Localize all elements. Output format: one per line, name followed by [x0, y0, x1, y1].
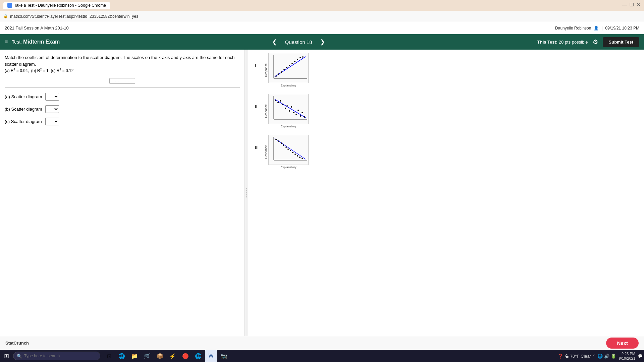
- scatter-c-dropdown[interactable]: I II III: [45, 118, 59, 125]
- next-button[interactable]: Next: [606, 338, 639, 349]
- app-header: 2021 Fall Session A Math 201-10 Daunyell…: [0, 22, 644, 34]
- test-navbar: ≡ Test: Midterm Exam ❮ Question 18 ❯ Thi…: [0, 34, 644, 50]
- question-instruction: Match the coefficient of determination t…: [5, 54, 240, 74]
- divider-dot: [246, 192, 247, 193]
- divider-dot: [246, 188, 247, 189]
- svg-point-25: [293, 112, 294, 113]
- svg-point-13: [302, 56, 304, 58]
- user-name: Daunyelle Robinson: [555, 26, 591, 31]
- browser-controls: — ❐ ✕: [622, 2, 641, 7]
- main-content: Match the coefficient of determination t…: [0, 50, 644, 336]
- svg-point-10: [294, 61, 296, 62]
- diagram-II-container: Response: [264, 94, 309, 128]
- svg-point-39: [287, 148, 289, 150]
- hamburger-menu[interactable]: ≡: [5, 39, 8, 45]
- svg-point-26: [296, 114, 297, 115]
- svg-point-21: [285, 108, 286, 109]
- svg-point-24: [291, 106, 292, 108]
- test-label: Test:: [12, 39, 22, 45]
- svg-point-43: [297, 155, 298, 157]
- drag-dots: · · · · ·: [109, 78, 135, 84]
- lock-icon: 🔒: [3, 14, 8, 18]
- svg-point-7: [286, 67, 287, 68]
- divider-dot: [246, 196, 247, 197]
- prev-question-button[interactable]: ❮: [269, 37, 280, 47]
- browser-tab[interactable]: Take a Test - Daunyelle Robinson - Googl…: [3, 2, 110, 9]
- svg-point-3: [275, 75, 277, 77]
- favicon: [7, 3, 12, 8]
- settings-button[interactable]: ⚙: [593, 38, 598, 46]
- close-icon[interactable]: ✕: [637, 2, 641, 7]
- svg-point-44: [299, 157, 301, 158]
- diagram-III-x-label: Explanatory: [280, 166, 297, 169]
- datetime: 09/19/21 10:23 PM: [605, 26, 639, 31]
- diagram-I-svg: [268, 53, 309, 83]
- diagram-II-inner: Explanatory: [268, 94, 309, 128]
- svg-point-28: [300, 115, 301, 117]
- svg-line-33: [275, 138, 306, 159]
- svg-point-30: [304, 116, 305, 118]
- url-bar[interactable]: mathxl.com/Student/PlayerTest.aspx?testI…: [10, 14, 641, 19]
- svg-point-38: [285, 146, 287, 148]
- tab-title: Take a Test - Daunyelle Robinson - Googl…: [14, 3, 106, 8]
- roman-numeral-II: II: [255, 104, 262, 109]
- scatter-b-dropdown[interactable]: I II III: [45, 105, 59, 113]
- svg-point-9: [291, 63, 293, 64]
- question-nav: ❮ Question 18 ❯: [269, 37, 328, 47]
- diagram-I-container: Response: [264, 53, 309, 87]
- svg-point-12: [300, 57, 301, 58]
- svg-line-2: [275, 57, 306, 77]
- svg-line-16: [275, 99, 306, 118]
- drag-handle[interactable]: · · · · ·: [5, 78, 240, 84]
- svg-point-29: [302, 112, 303, 113]
- scatter-c-row: (c) Scatter diagram I II III: [5, 118, 240, 125]
- diagram-III-inner: Explanatory: [268, 135, 309, 169]
- svg-point-8: [289, 65, 290, 66]
- browser-titlebar: Take a Test - Daunyelle Robinson - Googl…: [0, 0, 644, 11]
- scatter-b-row: (b) Scatter diagram I II III: [5, 105, 240, 113]
- svg-point-20: [282, 104, 283, 105]
- scatter-a-row: (a) Scatter diagram I II III: [5, 93, 240, 101]
- svg-point-34: [275, 139, 277, 140]
- pane-divider[interactable]: [245, 50, 248, 336]
- diagram-II-y-label: Response: [264, 104, 268, 118]
- svg-point-23: [289, 110, 290, 112]
- svg-point-17: [275, 100, 276, 101]
- diagram-I-inner: Explanatory: [268, 53, 309, 87]
- roman-numeral-I: I: [255, 63, 262, 68]
- diagram-I-y-label: Response: [264, 63, 268, 77]
- diagram-III-svg: [268, 135, 309, 165]
- diagram-II: II Response: [255, 94, 637, 128]
- this-test-label: This Test: 20 pts possible: [537, 40, 588, 45]
- bottom-toolbar: StatCrunch Next: [0, 336, 644, 350]
- scatter-a-dropdown[interactable]: I II III: [45, 93, 59, 101]
- divider-dot: [246, 190, 247, 191]
- scatter-b-label: (b) Scatter diagram: [5, 107, 42, 112]
- svg-point-41: [292, 152, 293, 153]
- minimize-icon[interactable]: —: [622, 2, 627, 7]
- diagram-I: I Response: [255, 53, 637, 87]
- divider-line: [5, 87, 240, 87]
- svg-point-36: [281, 142, 282, 144]
- svg-point-19: [280, 100, 281, 102]
- svg-point-5: [281, 71, 282, 73]
- svg-point-37: [283, 144, 284, 146]
- svg-point-35: [278, 140, 279, 142]
- question-label: Question 18: [285, 39, 312, 45]
- diagram-III-container: Response: [264, 135, 309, 169]
- scatter-c-label: (c) Scatter diagram: [5, 119, 42, 124]
- diagram-I-x-label: Explanatory: [280, 84, 297, 87]
- diagram-III: III Response: [255, 135, 637, 169]
- test-name: Midterm Exam: [23, 39, 60, 45]
- restore-icon[interactable]: ❐: [630, 2, 634, 7]
- diagram-II-x-label: Explanatory: [280, 125, 297, 128]
- diagram-II-svg: [268, 94, 309, 124]
- svg-point-45: [302, 158, 303, 159]
- next-question-button[interactable]: ❯: [317, 37, 328, 47]
- statcrunch-label: StatCrunch: [5, 341, 29, 346]
- nav-right: This Test: 20 pts possible ⚙ Submit Test: [537, 37, 639, 47]
- svg-point-22: [286, 105, 288, 107]
- submit-test-button[interactable]: Submit Test: [603, 37, 639, 47]
- course-title: 2021 Fall Session A Math 201-10: [5, 25, 69, 31]
- separator: |: [601, 26, 602, 31]
